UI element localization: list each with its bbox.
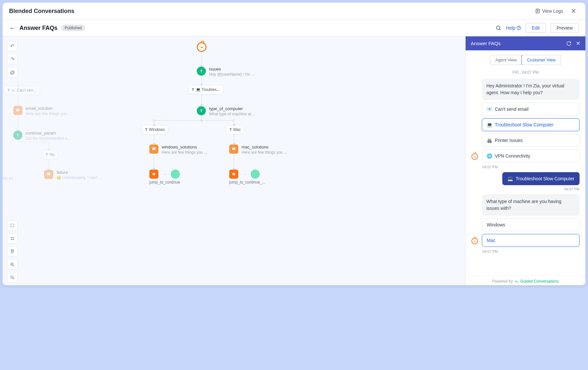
node-title: issues — [209, 67, 254, 71]
mention-button[interactable]: @ — [7, 67, 18, 77]
tab-agent-view[interactable]: Agent View — [490, 55, 522, 65]
email-icon: 📧 — [487, 107, 492, 112]
help-link[interactable]: Help — [506, 25, 521, 31]
locate-button[interactable] — [7, 246, 18, 257]
footer-link[interactable]: Guided Conversations — [520, 279, 559, 284]
node-title: type_of_computer — [209, 106, 254, 111]
option-windows[interactable]: Windows — [482, 218, 580, 231]
target-icon — [171, 170, 180, 179]
panel-close-icon[interactable]: ✕ — [576, 40, 580, 46]
node-jump-continue[interactable]: → jump_to_continue — [149, 170, 180, 179]
flow-edge — [201, 95, 202, 105]
view-toggle: Agent View Customer View — [466, 50, 585, 68]
bot-message: What type of machine are you having issu… — [482, 194, 580, 216]
bot-message-block: Hey Administrator ! I'm Zia, your virtua… — [471, 79, 580, 169]
flow-edge — [201, 78, 202, 84]
text-node-icon: T — [197, 67, 206, 76]
node-subtitle: Here are few things you ... — [26, 111, 71, 116]
close-icon[interactable]: ✕ — [568, 6, 579, 16]
globe-icon: 🌐 — [487, 153, 492, 159]
node-jump-continue-mac[interactable]: → jump_to_continue_... — [229, 170, 260, 179]
node-type-of-computer[interactable]: T type_of_computer What type of machine … — [197, 106, 254, 116]
option-mac[interactable]: Mac — [482, 234, 580, 247]
help-label: Help — [506, 25, 515, 31]
back-arrow-icon[interactable]: ← — [9, 24, 16, 32]
svg-line-10 — [13, 265, 14, 266]
bot-avatar: ••• — [471, 238, 479, 246]
laptop-icon: 💻 — [487, 122, 492, 127]
node-title: continue_param — [26, 131, 70, 135]
svg-point-8 — [12, 250, 13, 251]
node-subtitle: Hey @{userName} ! I'm ... — [209, 72, 254, 77]
pill-label: Mac — [233, 127, 241, 132]
node-subtitle: What type of machine ar... — [209, 112, 254, 116]
start-node[interactable]: ••• — [197, 42, 206, 53]
flow-edge — [201, 117, 202, 120]
redo-button[interactable]: ↷ — [7, 54, 18, 64]
topbar-actions: View Logs ✕ — [535, 6, 579, 16]
bot-avatar: ••• — [471, 153, 479, 161]
zoom-out-button[interactable] — [7, 272, 18, 283]
option-label: Can't send email — [495, 107, 529, 112]
option-label: Mac — [487, 238, 495, 243]
node-email-solution[interactable]: email_solution Here are few things you .… — [13, 106, 71, 116]
zoom-in-button[interactable] — [7, 259, 18, 270]
pill-label: Windows — [149, 127, 165, 132]
flow-edge — [154, 134, 154, 144]
option-label: VPN Connectivity — [495, 153, 530, 159]
option-label: Troubleshoot Slow Computer — [495, 122, 554, 127]
chat-body[interactable]: FRI . 04:07 PM Hey Administrator ! I'm Z… — [466, 68, 585, 275]
user-message-block: 💻 Troubleshoot Slow Computer 04:07 PM — [471, 172, 580, 191]
stopwatch-icon: ••• — [471, 153, 478, 160]
option-printer-issues[interactable]: 🖨️ Printer Issues — [482, 134, 580, 147]
preview-button[interactable]: Preview — [550, 23, 579, 33]
panel-footer: Powered by Guided Conversations — [466, 275, 585, 285]
pill-windows[interactable]: T Windows — [142, 125, 168, 134]
page-title: Answer FAQs — [19, 25, 57, 32]
search-icon[interactable] — [495, 25, 501, 31]
flow-edge — [49, 159, 49, 169]
pill-cant-send[interactable]: T📧 Can't sen... — [4, 86, 40, 95]
pill-troubleshoot[interactable]: T 💻 Troubles... — [188, 85, 223, 94]
target-icon — [251, 170, 260, 179]
guided-conversations-icon — [514, 279, 519, 284]
undo-button[interactable]: ↶ — [7, 41, 18, 51]
node-issues[interactable]: T issues Hey @{userName} ! I'm ... — [197, 67, 254, 77]
svg-point-4 — [496, 26, 500, 30]
flow-canvas[interactable]: ↶ ↷ @ — [3, 36, 465, 285]
timestamp: 04:07 PM — [482, 165, 580, 169]
option-vpn-connectivity[interactable]: 🌐 VPN Connectivity — [482, 149, 580, 162]
option-cant-send-email[interactable]: 📧 Can't send email — [482, 103, 580, 116]
chat-date: FRI . 04:07 PM — [471, 70, 580, 75]
node-continue-param[interactable]: T continue_param Did the recommended s..… — [13, 131, 70, 141]
bot-message: Hey Administrator ! I'm Zia, your virtua… — [482, 79, 580, 100]
node-mac-solutions[interactable]: mac_solutions Here are few things you ..… — [229, 145, 287, 155]
jump-label: jump_to_continue — [149, 180, 195, 185]
status-badge: Published — [61, 25, 85, 31]
view-logs-button[interactable]: View Logs — [535, 8, 563, 14]
message-node-icon — [149, 145, 158, 154]
fit-button[interactable] — [7, 233, 18, 244]
flow-graph: ••• T issues Hey @{userName} ! I'm ... T… — [3, 36, 465, 285]
pill-label: No — [50, 152, 55, 157]
fullscreen-button[interactable] — [7, 220, 18, 231]
node-windows-solutions[interactable]: windows_solutions Here are few things yo… — [149, 145, 207, 155]
pill-mac[interactable]: T Mac — [226, 125, 244, 134]
stopwatch-icon: ••• — [471, 238, 478, 244]
refresh-icon[interactable] — [566, 41, 571, 46]
flow-edge — [234, 134, 234, 144]
text-node-icon: T — [197, 106, 206, 115]
canvas-tools-bottom — [7, 220, 18, 283]
option-troubleshoot-slow-computer[interactable]: 💻 Troubleshoot Slow Computer — [482, 118, 580, 131]
jump-icon — [149, 170, 158, 179]
tab-customer-view[interactable]: Customer View — [521, 55, 561, 65]
flow-edge — [49, 142, 49, 149]
arrow-icon: → — [162, 172, 167, 177]
pill-no[interactable]: T No — [42, 150, 58, 159]
node-failure[interactable]: failure 😔 Unfortunately, I can't ... — [44, 170, 102, 180]
text-node-icon: T — [13, 131, 22, 140]
canvas-tools-top: ↶ ↷ @ — [7, 41, 18, 77]
edit-button[interactable]: Edit — [526, 23, 546, 33]
printer-icon: 🖨️ — [487, 138, 492, 143]
flow-edge — [154, 156, 154, 168]
